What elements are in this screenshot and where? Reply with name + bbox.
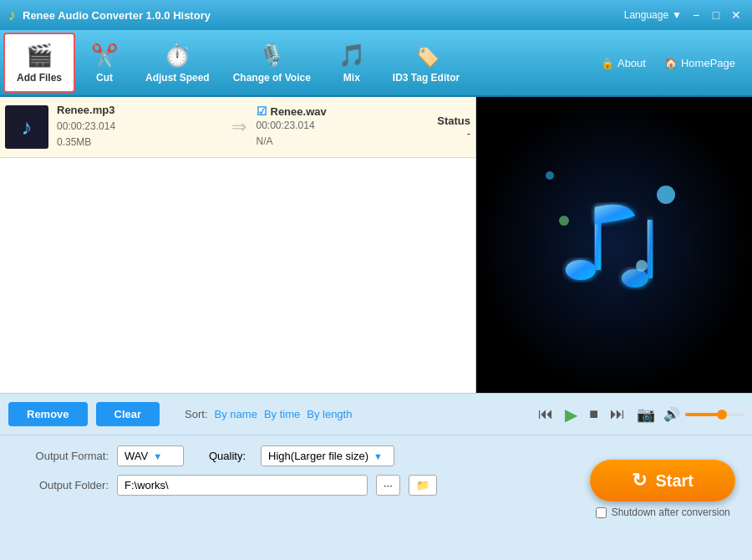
change-voice-icon: 🎙️ xyxy=(258,43,285,69)
toolbar-right-buttons: 🔒 About 🏠 HomePage xyxy=(594,53,742,73)
about-label: About xyxy=(617,57,646,69)
file-source-info: Renee.mp3 00:00:23.014 0.35MB xyxy=(57,104,221,150)
change-voice-label: Change of Voice xyxy=(233,72,311,84)
add-files-label: Add Files xyxy=(17,72,62,84)
bottom-controls-bar: Remove Clear Sort: By name By time By le… xyxy=(0,393,752,435)
shutdown-label: Shutdown after conversion xyxy=(612,507,730,518)
file-output-info: ☑ Renee.wav 00:00:23.014 N/A xyxy=(257,104,421,150)
output-filename: Renee.wav xyxy=(271,105,327,118)
convert-arrow-icon: ⇒ xyxy=(231,116,246,138)
preview-image xyxy=(476,97,752,393)
decor-dot-3 xyxy=(546,171,554,180)
svg-rect-3 xyxy=(648,220,653,278)
toolbar-adjust-speed[interactable]: ⏱️ Adjust Speed xyxy=(134,33,221,93)
svg-point-2 xyxy=(622,269,648,288)
sort-by-name[interactable]: By name xyxy=(215,408,257,420)
language-arrow-icon: ▼ xyxy=(672,9,682,21)
decor-dot-green xyxy=(559,216,569,226)
status-header: Status xyxy=(420,115,470,127)
homepage-button[interactable]: 🏠 HomePage xyxy=(658,53,742,73)
homepage-label: HomePage xyxy=(681,57,735,69)
language-label: Language xyxy=(624,9,668,21)
titlebar: ♪ Renee Audio Converter 1.0.0 History La… xyxy=(0,0,752,30)
language-selector[interactable]: Language ▼ xyxy=(624,9,682,21)
start-spinner-icon: ↻ xyxy=(632,470,647,491)
music-note-svg xyxy=(551,191,677,299)
app-icon: ♪ xyxy=(8,7,16,24)
quality-dropdown-arrow-icon: ▼ xyxy=(373,451,383,461)
output-checkbox-icon: ☑ xyxy=(257,104,267,118)
table-row: ♪ Renee.mp3 00:00:23.014 0.35MB ⇒ ☑ Rene… xyxy=(0,97,475,158)
volume-slider[interactable] xyxy=(685,413,744,416)
remove-button[interactable]: Remove xyxy=(8,402,88,426)
svg-point-0 xyxy=(566,260,596,280)
status-value: - xyxy=(420,127,470,140)
sort-by-time[interactable]: By time xyxy=(264,408,300,420)
sort-by-length[interactable]: By length xyxy=(307,408,352,420)
player-stop-button[interactable]: ■ xyxy=(586,404,602,425)
close-button[interactable]: ✕ xyxy=(729,8,744,23)
decor-dot-2 xyxy=(636,260,648,272)
open-folder-button[interactable]: 📁 xyxy=(409,475,437,496)
file-list: ♪ Renee.mp3 00:00:23.014 0.35MB ⇒ ☑ Rene… xyxy=(0,97,476,393)
quality-label: Quality: xyxy=(209,450,246,462)
minimize-button[interactable]: − xyxy=(688,8,704,23)
format-label: Output Format: xyxy=(17,450,109,462)
browse-dots-button[interactable]: ··· xyxy=(376,475,400,496)
decor-dot-1 xyxy=(657,186,675,204)
toolbar: 🎬 Add Files ✂️ Cut ⏱️ Adjust Speed 🎙️ Ch… xyxy=(0,30,752,97)
id3-label: ID3 Tag Editor xyxy=(393,72,460,84)
start-button[interactable]: ↻ Start xyxy=(590,460,735,501)
preview-panel xyxy=(476,97,752,393)
player-controls: ⏮ ▶ ■ ⏭ 📷 🔊 xyxy=(535,403,744,426)
shutdown-checkbox[interactable] xyxy=(596,507,607,518)
format-dropdown-arrow-icon: ▼ xyxy=(153,451,162,461)
id3-icon: 🏷️ xyxy=(413,43,440,69)
shutdown-checkbox-row: Shutdown after conversion xyxy=(596,507,730,518)
output-duration: 00:00:23.014 xyxy=(257,118,421,134)
main-area: ♪ Renee.mp3 00:00:23.014 0.35MB ⇒ ☑ Rene… xyxy=(0,97,752,393)
folder-label: Output Folder: xyxy=(17,479,109,491)
quality-value: High(Larger file size) xyxy=(268,450,368,462)
toolbar-mix[interactable]: 🎵 Mix xyxy=(323,33,381,93)
file-thumbnail: ♪ xyxy=(5,105,48,149)
adjust-speed-icon: ⏱️ xyxy=(164,43,191,69)
source-filename: Renee.mp3 xyxy=(57,104,221,116)
output-extra: N/A xyxy=(257,134,421,150)
toolbar-add-files[interactable]: 🎬 Add Files xyxy=(3,33,75,93)
adjust-speed-label: Adjust Speed xyxy=(145,72,210,84)
start-label: Start xyxy=(655,471,694,491)
add-files-icon: 🎬 xyxy=(26,43,53,69)
player-play-button[interactable]: ▶ xyxy=(561,403,581,426)
lock-icon: 🔒 xyxy=(601,57,614,69)
source-duration: 00:00:23.014 xyxy=(57,119,221,135)
clear-button[interactable]: Clear xyxy=(96,402,160,426)
app-title: Renee Audio Converter 1.0.0 History xyxy=(23,9,624,22)
music-thumb-icon: ♪ xyxy=(22,115,33,140)
output-filename-row: ☑ Renee.wav xyxy=(257,104,421,118)
window-controls: − □ ✕ xyxy=(688,8,744,23)
cut-icon: ✂️ xyxy=(91,43,118,69)
toolbar-cut[interactable]: ✂️ Cut xyxy=(75,33,134,93)
file-status: Status - xyxy=(420,115,470,140)
start-area: ↻ Start Shutdown after conversion xyxy=(590,460,735,518)
cut-label: Cut xyxy=(96,72,113,84)
maximize-button[interactable]: □ xyxy=(709,8,724,23)
player-prev-button[interactable]: ⏮ xyxy=(535,404,556,425)
sort-label: Sort: xyxy=(185,408,207,420)
format-value: WAV xyxy=(124,450,148,462)
quality-select[interactable]: High(Larger file size) ▼ xyxy=(261,445,394,466)
mix-label: Mix xyxy=(343,72,360,84)
format-select[interactable]: WAV ▼ xyxy=(117,445,184,466)
mix-icon: 🎵 xyxy=(338,43,365,69)
toolbar-change-of-voice[interactable]: 🎙️ Change of Voice xyxy=(221,33,323,93)
folder-input[interactable] xyxy=(117,475,368,496)
about-button[interactable]: 🔒 About xyxy=(594,53,653,73)
volume-icon: 🔊 xyxy=(663,406,680,422)
toolbar-id3-tag-editor[interactable]: 🏷️ ID3 Tag Editor xyxy=(381,33,471,93)
player-next-button[interactable]: ⏭ xyxy=(607,404,628,425)
output-settings-area: Output Format: WAV ▼ Quality: High(Large… xyxy=(0,435,752,535)
home-icon: 🏠 xyxy=(664,57,678,69)
player-screenshot-button[interactable]: 📷 xyxy=(633,404,658,425)
sort-section: Sort: By name By time By length xyxy=(185,408,352,420)
